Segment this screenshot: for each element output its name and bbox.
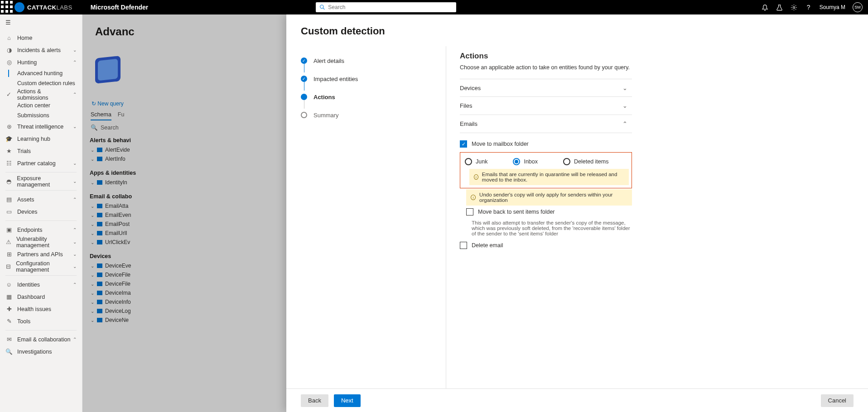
trials-icon: ★ — [5, 148, 13, 154]
cancel-button[interactable]: Cancel — [821, 394, 854, 407]
chevron-down-icon: ⌄ — [73, 179, 77, 184]
info-text: Emails that are currently in quarantine … — [482, 172, 624, 182]
user-avatar[interactable]: SM — [853, 2, 863, 12]
step-summary[interactable]: Summary — [301, 106, 446, 124]
svg-rect-7 — [5, 10, 8, 13]
nav-actions-label: Actions & submissions — [17, 88, 73, 101]
nav-submissions-label: Submissions — [17, 112, 49, 119]
chevron-down-icon: ⌄ — [622, 85, 627, 91]
devices-icon: ▭ — [5, 208, 13, 215]
move-back-checkbox[interactable]: Move back to sent items folder — [466, 208, 632, 216]
nav-home[interactable]: ⌂Home — [0, 32, 82, 44]
labs-icon[interactable] — [776, 4, 783, 11]
accordion-files[interactable]: Files ⌄ — [460, 97, 632, 115]
notifications-icon[interactable] — [762, 4, 769, 11]
nav-config-mgmt[interactable]: ⊟Configuration management⌄ — [0, 260, 82, 273]
panel-footer: Back Next Cancel — [286, 388, 868, 412]
info-quarantine-release: i Emails that are currently in quarantin… — [469, 169, 629, 185]
checkbox-checked-icon: ✓ — [460, 140, 467, 148]
help-icon[interactable]: ? — [805, 4, 812, 11]
radio-deleted[interactable]: Deleted items — [563, 158, 608, 165]
step-alert-details[interactable]: ✓ Alert details — [301, 52, 446, 70]
nav-email-collab-label: Email & collaboration — [17, 336, 70, 343]
nav-threat-intel-label: Threat intelligence — [17, 124, 63, 130]
delete-email-checkbox[interactable]: Delete email — [460, 242, 632, 249]
nav-health[interactable]: ✚Health issues — [0, 303, 82, 315]
nav-partners-apis-label: Partners and APIs — [17, 251, 63, 258]
nav-advanced-hunting[interactable]: Advanced hunting — [0, 68, 82, 78]
nav-submissions[interactable]: Submissions — [0, 110, 82, 120]
nav-custom-detection-rules[interactable]: Custom detection rules — [0, 78, 82, 88]
step-actions[interactable]: Actions — [301, 88, 446, 106]
exposure-icon: ◓ — [5, 178, 12, 185]
actions-description: Choose an applicable action to take on e… — [460, 64, 632, 71]
global-search[interactable] — [316, 2, 456, 12]
nav-trials[interactable]: ★Trials — [0, 145, 82, 157]
radio-junk[interactable]: Junk — [465, 158, 487, 165]
panel-title: Custom detection — [301, 25, 854, 37]
emails-accordion-body: ✓ Move to mailbox folder Junk Inbox Dele… — [460, 133, 632, 262]
step-impacted-entities[interactable]: ✓ Impacted entities — [301, 70, 446, 88]
nav-assets[interactable]: ▤Assets⌃ — [0, 193, 82, 206]
radio-label: Junk — [476, 158, 487, 165]
nav-exposure[interactable]: ◓Exposure management⌄ — [0, 175, 82, 187]
nav-exposure-label: Exposure management — [17, 175, 73, 188]
config-icon: ⊟ — [5, 263, 11, 270]
chevron-down-icon: ⌄ — [73, 264, 77, 269]
next-button[interactable]: Next — [334, 394, 361, 407]
accordion-emails[interactable]: Emails ⌃ — [460, 115, 632, 133]
nav-actions-submissions[interactable]: ✓Actions & submissions⌃ — [0, 88, 82, 101]
nav-threat-intel[interactable]: ⊛Threat intelligence⌄ — [0, 120, 82, 133]
nav-email-collab[interactable]: ✉Email & collaboration⌃ — [0, 333, 82, 345]
tools-icon: ✎ — [5, 318, 13, 325]
checkbox-label: Move back to sent items folder — [478, 209, 555, 215]
global-search-input[interactable] — [328, 4, 453, 10]
radio-label: Inbox — [524, 158, 538, 165]
brand-labs: LABS — [56, 4, 72, 11]
nav-devices-label: Devices — [17, 209, 37, 215]
nav-action-center[interactable]: Action center — [0, 101, 82, 110]
chevron-up-icon: ⌃ — [73, 227, 77, 232]
step-label: Alert details — [313, 57, 344, 64]
svg-point-9 — [320, 5, 323, 8]
back-button[interactable]: Back — [301, 394, 328, 407]
nav-partners-apis[interactable]: ⊞Partners and APIs⌄ — [0, 248, 82, 260]
radio-inbox[interactable]: Inbox — [513, 158, 538, 165]
accordion-label: Emails — [460, 120, 477, 127]
nav-vuln[interactable]: ⚠Vulnerability management⌄ — [0, 236, 82, 248]
svg-rect-6 — [1, 10, 4, 13]
search-icon — [319, 4, 325, 10]
step-label: Impacted entities — [313, 76, 358, 82]
move-to-mailbox-checkbox[interactable]: ✓ Move to mailbox folder — [460, 140, 632, 148]
nav-endpoints[interactable]: ▣Endpoints⌃ — [0, 224, 82, 236]
chevron-down-icon: ⌄ — [73, 124, 77, 129]
move-back-helptext: This will also attempt to transfer the s… — [472, 220, 632, 236]
nav-dashboard-label: Dashboard — [17, 294, 45, 300]
nav-learning[interactable]: 🎓Learning hub — [0, 133, 82, 145]
checkbox-label: Move to mailbox folder — [472, 141, 529, 147]
nav-dashboard[interactable]: ▦Dashboard — [0, 291, 82, 303]
invest-icon: 🔍 — [5, 348, 13, 355]
user-name[interactable]: Soumya M — [820, 4, 845, 10]
nav-partner-catalog[interactable]: ☷Partner catalog⌄ — [0, 157, 82, 169]
accordion-devices[interactable]: Devices ⌄ — [460, 79, 632, 97]
nav-advanced-hunting-label: Advanced hunting — [17, 70, 63, 77]
step-current-icon — [301, 94, 307, 100]
hunting-icon: ◎ — [5, 59, 13, 66]
checkbox-icon — [460, 242, 467, 249]
shield-icon: ◑ — [5, 47, 13, 53]
nav-collapse-icon[interactable]: ☰ — [0, 14, 82, 30]
brand-tack: TACK — [39, 4, 56, 11]
nav-devices[interactable]: ▭Devices — [0, 206, 82, 218]
nav-endpoints-label: Endpoints — [17, 227, 43, 233]
svg-rect-4 — [5, 5, 8, 8]
nav-investigations-label: Investigations — [17, 349, 52, 355]
nav-identities[interactable]: ☺Identities⌃ — [0, 278, 82, 291]
app-launcher-icon[interactable] — [0, 0, 14, 14]
nav-hunting[interactable]: ◎Hunting⌃ — [0, 56, 82, 68]
wizard-steps: ✓ Alert details ✓ Impacted entities Acti… — [301, 46, 446, 388]
nav-incidents[interactable]: ◑Incidents & alerts⌄ — [0, 44, 82, 56]
settings-icon[interactable] — [791, 4, 798, 11]
nav-tools[interactable]: ✎Tools — [0, 315, 82, 327]
nav-investigations[interactable]: 🔍Investigations — [0, 345, 82, 358]
